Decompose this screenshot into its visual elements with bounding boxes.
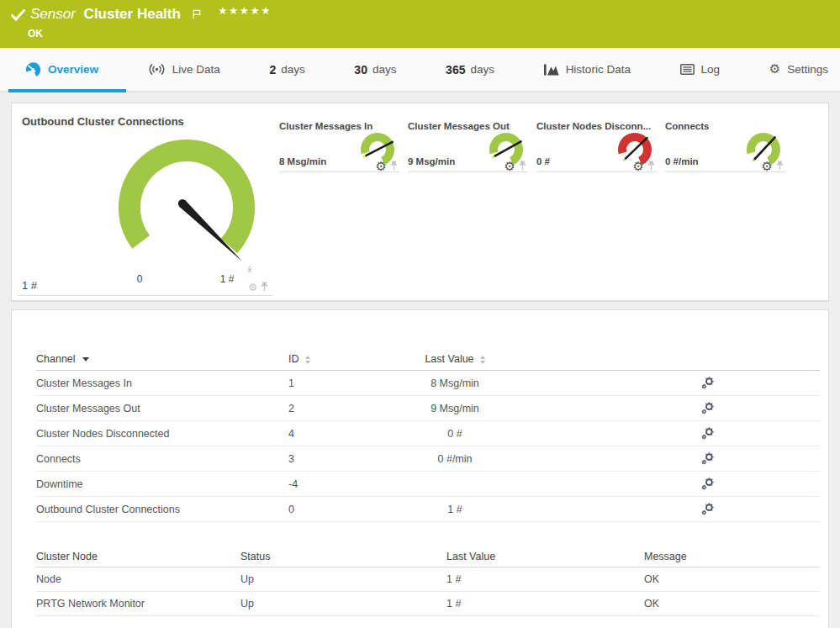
star-icon: ★ [240, 5, 251, 17]
channel-settings-gears-icon[interactable] [695, 402, 720, 414]
tab-30-days[interactable]: 30days [352, 63, 398, 77]
column-header-last-value[interactable]: Last Value [392, 353, 518, 365]
tab-label: days [281, 63, 305, 76]
channel-last-value-cell: 0 #/min [392, 453, 518, 465]
gear-icon[interactable]: ⚙ [505, 159, 515, 174]
channel-settings-gears-icon[interactable] [695, 503, 720, 515]
gauge-cell-connects[interactable]: Connects 0 #/min⚙ [665, 103, 794, 172]
gauge-value: 0 # [536, 156, 550, 166]
channel-id-cell: 0 [288, 504, 392, 515]
tab-label-prefix: 30 [354, 63, 367, 77]
table-row[interactable]: Cluster Messages Out29 Msg/min [36, 396, 820, 421]
tab-label: Log [701, 63, 721, 76]
status-check-icon [11, 9, 25, 24]
pin-icon[interactable] [261, 280, 268, 295]
channel-settings-gears-icon[interactable] [695, 377, 720, 389]
sort-both-icon [305, 356, 310, 364]
flag-icon[interactable] [193, 7, 201, 24]
main-content: Outbound Cluster Connections x̄ 0 1 # 1 … [0, 92, 840, 628]
tab-overview[interactable]: Overview [24, 61, 100, 77]
page-title: Cluster Health [84, 6, 181, 22]
node-status-cell: Up [240, 573, 446, 585]
gauge-cell-cluster-messages-out[interactable]: Cluster Messages Out 9 Msg/min⚙ [408, 103, 536, 172]
star-icon: ★ [229, 5, 240, 17]
table-row[interactable]: Cluster Messages In18 Msg/min [36, 371, 820, 396]
sort-desc-icon [82, 357, 89, 361]
channel-last-value-cell: 1 # [392, 504, 518, 515]
column-header-channel[interactable]: Channel [36, 353, 288, 365]
main-gauge-cell[interactable]: Outbound Cluster Connections x̄ 0 1 # 1 … [12, 103, 279, 300]
channel-settings-gears-icon[interactable] [695, 427, 720, 440]
sensor-header: Sensor Cluster Health ★★★★★ OK [0, 0, 840, 48]
nodes-table-header: Cluster Node Status Last Value Message [36, 546, 820, 567]
gear-icon[interactable]: ⚙ [248, 282, 257, 293]
active-tab-underline [8, 89, 126, 92]
tab-2-days[interactable]: 2days [267, 63, 306, 77]
log-icon [680, 64, 695, 75]
channel-id-cell: 2 [288, 403, 392, 414]
tab-label: days [470, 63, 494, 76]
gear-icon: ⚙ [769, 63, 780, 76]
status-badge: OK [28, 28, 43, 40]
column-header-last-value: Last Value [446, 551, 644, 562]
chart-icon [544, 64, 559, 76]
channel-id-cell: 1 [288, 377, 392, 389]
table-row[interactable]: PRTG Network MonitorUp1 #OK [36, 592, 820, 616]
node-status-cell: Up [240, 598, 446, 610]
node-name-cell: PRTG Network Monitor [36, 598, 240, 610]
channel-last-value-cell: 9 Msg/min [392, 403, 518, 414]
pin-icon[interactable] [776, 159, 784, 174]
tab-label: Overview [48, 63, 98, 76]
node-message-cell: OK [644, 598, 820, 610]
channel-name-cell: Cluster Messages In [36, 377, 288, 389]
tab-label: days [372, 63, 397, 76]
column-header-message: Message [644, 551, 820, 562]
node-message-cell: OK [644, 573, 820, 585]
table-row[interactable]: Connects30 #/min [36, 446, 820, 472]
tab-365-days[interactable]: 365days [444, 63, 496, 77]
cluster-nodes-table: Cluster Node Status Last Value Message N… [36, 546, 820, 616]
gauge-cell-cluster-messages-in[interactable]: Cluster Messages In 8 Msg/min⚙ [279, 103, 408, 172]
node-last-value-cell: 1 # [446, 573, 644, 585]
svg-text:x̄: x̄ [247, 266, 252, 274]
sensor-kind-label: Sensor [30, 6, 76, 22]
gauge-cell-cluster-nodes-disconn[interactable]: Cluster Nodes Disconn... 0 #⚙ [536, 103, 665, 172]
tab-bar: OverviewLive Data2days30days365daysHisto… [0, 48, 840, 92]
tab-label: Historic Data [566, 63, 631, 76]
channel-name-cell: Outbound Cluster Connections [36, 504, 288, 515]
tab-settings[interactable]: ⚙Settings [768, 63, 830, 76]
channel-name-cell: Cluster Messages Out [36, 403, 288, 414]
pin-icon[interactable] [519, 159, 526, 174]
pin-icon[interactable] [390, 159, 398, 174]
tab-label-prefix: 2 [269, 63, 276, 77]
channels-table-header: Channel ID Last Value [36, 348, 820, 371]
gauge-icon [25, 61, 41, 77]
table-row[interactable]: NodeUp1 #OK [36, 567, 820, 592]
tab-log[interactable]: Log [679, 63, 722, 76]
column-header-status: Status [240, 551, 446, 562]
table-row[interactable]: Outbound Cluster Connections01 # [36, 497, 820, 522]
channel-name-cell: Connects [36, 453, 288, 465]
column-header-id[interactable]: ID [288, 353, 392, 365]
channel-settings-gears-icon[interactable] [695, 452, 720, 465]
gear-icon[interactable]: ⚙ [633, 159, 644, 174]
tab-live-data[interactable]: Live Data [146, 63, 222, 76]
table-row[interactable]: Cluster Nodes Disconnected40 # [36, 421, 820, 446]
channel-id-cell: 3 [288, 453, 392, 465]
tables-panel: Channel ID Last Value Cluster Messages I… [11, 309, 829, 628]
tab-historic-data[interactable]: Historic Data [542, 63, 632, 76]
table-row[interactable]: Downtime-4 [36, 472, 820, 497]
channel-last-value-cell: 8 Msg/min [392, 377, 518, 389]
gauge-title: Connects [665, 121, 709, 131]
channel-name-cell: Cluster Nodes Disconnected [36, 428, 288, 440]
pin-icon[interactable] [647, 159, 655, 174]
gear-icon[interactable]: ⚙ [376, 159, 387, 174]
node-name-cell: Node [36, 573, 240, 585]
tab-label: Live Data [172, 63, 220, 76]
channel-last-value-cell: 0 # [392, 428, 518, 440]
priority-stars[interactable]: ★★★★★ [218, 4, 272, 17]
gear-icon[interactable]: ⚙ [762, 159, 773, 174]
channels-table: Channel ID Last Value Cluster Messages I… [36, 310, 820, 522]
channel-settings-gears-icon[interactable] [695, 478, 720, 490]
tab-label-prefix: 365 [446, 63, 465, 77]
